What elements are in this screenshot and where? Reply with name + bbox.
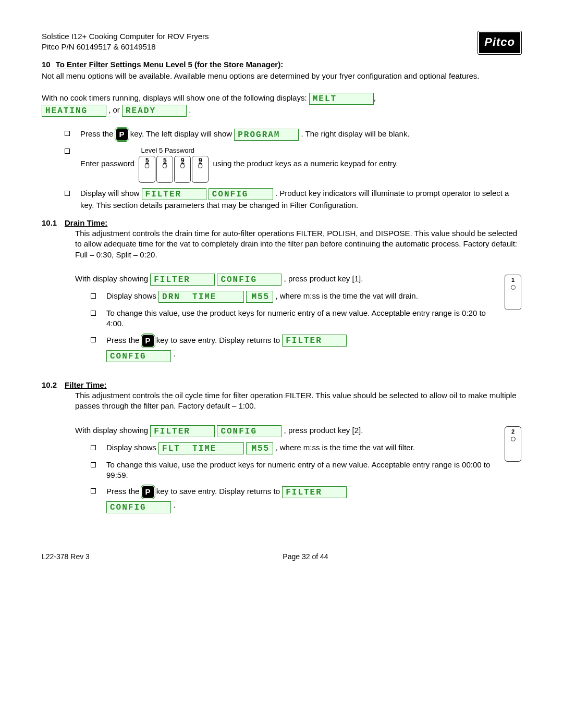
lcd-filter: FILTER — [142, 188, 206, 200]
main-steps-list: Press the P key. The left display will s… — [42, 128, 521, 211]
p-key-icon: P — [142, 335, 154, 347]
lcd-config: CONFIG — [217, 274, 282, 286]
sub-title: Filter Time: — [65, 380, 107, 389]
header-text: Solstice I12+ Cooking Computer for ROV F… — [42, 31, 209, 53]
lcd-melt: MELT — [309, 93, 374, 105]
lcd-config: CONFIG — [106, 350, 171, 362]
sub102-b2: To change this value, use the product ke… — [91, 460, 521, 481]
step-press-p: Press the P key. The left display will s… — [65, 128, 521, 141]
footer-left: L22-378 Rev 3 — [42, 552, 90, 562]
sub102-lead: With display showing FILTER CONFIG , pre… — [75, 425, 521, 437]
sub102-body: This adjustment controls the oil cycle t… — [75, 390, 521, 412]
footer-center: Page 32 of 44 — [283, 552, 328, 562]
keypad-label: Level 5 Password — [139, 146, 209, 155]
lcd-ready: READY — [122, 105, 187, 117]
lcd-drn-time: DRN TIME — [158, 291, 244, 303]
lcd-config: CONFIG — [106, 501, 171, 513]
page-footer: L22-378 Rev 3 Page 32 of 44 — [42, 552, 521, 562]
step-display-filter-config: Display will show FILTER CONFIG . Produc… — [65, 188, 521, 211]
display-states-line: With no cook timers running, displays wi… — [42, 93, 521, 117]
keypad-key-3: 9 — [174, 156, 191, 183]
section-number: 10 — [42, 59, 51, 70]
lcd-filter: FILTER — [150, 425, 215, 437]
sub-title: Drain Time: — [65, 218, 107, 227]
pitco-logo: Pitco — [478, 31, 521, 54]
sub101-block: 1 With display showing FILTER CONFIG , p… — [75, 274, 521, 369]
lcd-mss: M55 — [246, 442, 273, 454]
product-line-2: Pitco P/N 60149517 & 60149518 — [42, 42, 156, 51]
lcd-filter: FILTER — [150, 274, 215, 286]
keypad-key-2: 5 — [156, 156, 173, 183]
section-intro: Not all menu options will be available. … — [42, 71, 521, 81]
lcd-mss: M55 — [246, 291, 273, 303]
keypad-key-1: 5 — [139, 156, 155, 183]
sub101-lead: With display showing FILTER CONFIG , pre… — [75, 274, 521, 286]
sub-num: 10.1 — [42, 218, 57, 228]
lcd-filter: FILTER — [282, 486, 347, 498]
lcd-config: CONFIG — [209, 188, 273, 200]
section-10-title: 10To Enter Filter Settings Menu Level 5 … — [42, 59, 521, 70]
password-keypad: Level 5 Password 5 5 9 9 — [139, 146, 209, 183]
sub101-b2: To change this value, use the product ke… — [91, 308, 521, 329]
product-line-1: Solstice I12+ Cooking Computer for ROV F… — [42, 32, 209, 41]
end-text: . — [189, 106, 191, 115]
sub101-bullets: Display shows DRN TIME M55 , where m:ss … — [75, 291, 521, 362]
sub101-b1: Display shows DRN TIME M55 , where m:ss … — [91, 291, 521, 303]
sub102-block: 2 With display showing FILTER CONFIG , p… — [75, 425, 521, 521]
lcd-program: PROGRAM — [234, 129, 299, 141]
section-heading: To Enter Filter Settings Menu Level 5 (f… — [56, 60, 283, 69]
sub102-b1: Display shows FLT TIME M55 , where m:ss … — [91, 442, 521, 454]
page-header: Solstice I12+ Cooking Computer for ROV F… — [42, 31, 521, 54]
step-enter-password: Enter password Level 5 Password 5 5 9 9 … — [65, 146, 521, 183]
keypad-key-4: 9 — [192, 156, 209, 183]
sub101-body: This adjustment controls the drain time … — [75, 228, 521, 260]
subsection-10-1: 10.1 Drain Time: This adjustment control… — [65, 218, 521, 369]
lcd-config: CONFIG — [217, 425, 282, 437]
or-text: , or — [108, 106, 122, 115]
sub101-b3: Press the P key to save entry. Display r… — [91, 335, 521, 362]
subsection-10-2: 10.2 Filter Time: This adjustment contro… — [65, 380, 521, 521]
sub102-b3: Press the P key to save entry. Display r… — [91, 486, 521, 513]
sub-num: 10.2 — [42, 380, 57, 390]
lcd-filter: FILTER — [282, 335, 347, 347]
lcd-heating: HEATING — [42, 105, 106, 117]
lead-text: With no cook timers running, displays wi… — [42, 94, 309, 103]
lcd-flt-time: FLT TIME — [158, 442, 244, 454]
sub102-bullets: Display shows FLT TIME M55 , where m:ss … — [75, 442, 521, 514]
p-key-icon: P — [116, 128, 128, 141]
p-key-icon: P — [142, 486, 154, 498]
